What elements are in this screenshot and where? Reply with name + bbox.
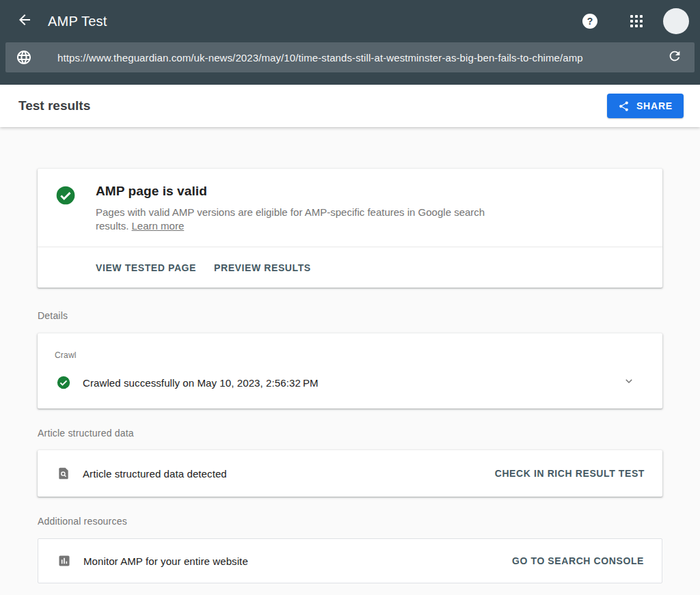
share-button-label: SHARE [636,100,673,111]
app-header: AMP Test ? https://www.theguardian.com/u… [0,0,700,85]
refresh-icon [667,49,682,66]
crawl-label: Crawl [55,350,645,360]
app-title: AMP Test [48,14,582,29]
crawl-status-text: Crawled successfully on May 10, 2023, 2:… [83,377,621,389]
learn-more-link[interactable]: Learn more [132,220,185,232]
url-bar[interactable]: https://www.theguardian.com/uk-news/2023… [5,42,695,72]
details-section-label: Details [38,310,662,321]
back-button[interactable] [14,10,36,32]
structured-data-card: Article structured data detected CHECK I… [38,450,662,497]
crawl-card: Crawl Crawled successfully on May 10, 20… [38,333,662,409]
help-button[interactable]: ? [582,14,597,29]
apps-grid-button[interactable] [630,15,643,27]
crawl-check-circle-icon [56,375,71,390]
crawl-status-row[interactable]: Crawled successfully on May 10, 2023, 2:… [55,374,645,391]
monitor-amp-card: Monitor AMP for your entire website GO T… [38,538,662,583]
structured-data-section-label: Article structured data [38,428,662,439]
avatar[interactable] [663,8,689,34]
page-title: Test results [18,98,607,113]
globe-icon [5,49,42,66]
refresh-button[interactable] [664,47,685,68]
results-toolbar: Test results SHARE [0,85,700,127]
share-icon [618,100,630,112]
additional-resources-section-label: Additional resources [38,516,662,527]
result-title: AMP page is valid [96,184,489,199]
monitor-amp-text: Monitor AMP for your entire website [83,555,512,567]
view-tested-page-button[interactable]: VIEW TESTED PAGE [96,262,196,273]
check-circle-icon [55,184,77,206]
check-rich-result-button[interactable]: CHECK IN RICH RESULT TEST [495,468,645,479]
bar-chart-icon [57,554,71,568]
arrow-left-icon [16,12,33,31]
structured-data-status: Article structured data detected [83,468,495,480]
url-field[interactable]: https://www.theguardian.com/uk-news/2023… [42,52,664,64]
expand-button[interactable] [621,374,637,391]
chevron-down-icon [621,374,636,391]
help-icon: ? [587,16,593,27]
preview-results-button[interactable]: PREVIEW RESULTS [214,262,311,273]
result-description: Pages with valid AMP versions are eligib… [96,206,489,233]
apps-grid-icon [630,15,633,18]
amp-valid-card: AMP page is valid Pages with valid AMP v… [38,169,662,288]
document-search-icon [57,467,70,480]
main-content: AMP page is valid Pages with valid AMP v… [0,127,700,583]
go-to-search-console-button[interactable]: GO TO SEARCH CONSOLE [512,555,644,566]
share-button[interactable]: SHARE [607,94,684,118]
